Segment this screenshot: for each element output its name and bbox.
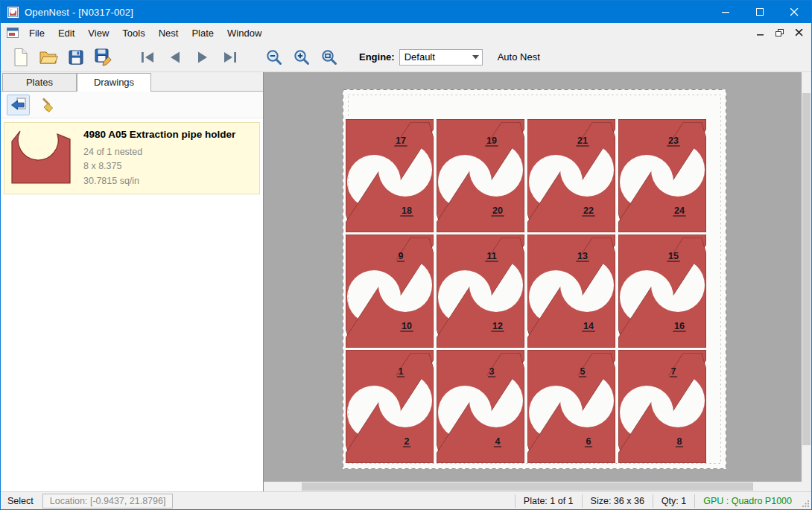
- part-number: 17: [396, 136, 406, 146]
- nested-pair[interactable]: 34: [437, 350, 524, 463]
- part-number: 19: [486, 136, 497, 146]
- import-drawing-button[interactable]: [7, 95, 30, 115]
- drawing-nested-count: 24 of 1 nested: [83, 145, 235, 159]
- part-number: 6: [586, 436, 591, 447]
- save-as-button[interactable]: [89, 45, 117, 70]
- new-button[interactable]: [7, 45, 34, 70]
- drawing-list-item[interactable]: 4980 A05 Extraction pipe holder 24 of 1 …: [4, 122, 260, 194]
- part-number: 4: [495, 436, 501, 447]
- part-number: 3: [489, 366, 495, 377]
- part-number: 13: [577, 251, 588, 261]
- zoom-in-button[interactable]: [288, 45, 315, 70]
- nested-pair[interactable]: 1112: [437, 235, 524, 348]
- mdi-child-icon: [7, 28, 19, 39]
- vertical-scrollbar[interactable]: [802, 72, 811, 482]
- part-number: 1: [399, 366, 404, 377]
- maximize-button[interactable]: [743, 1, 777, 23]
- drawings-toolbar: [1, 92, 263, 118]
- part-number: 10: [402, 321, 412, 331]
- drawing-area: 30.7815 sq/in: [83, 174, 235, 188]
- minimize-icon: [722, 8, 730, 16]
- clean-button[interactable]: [37, 95, 60, 115]
- nested-pair[interactable]: 1516: [618, 235, 706, 348]
- previous-plate-button[interactable]: [161, 45, 188, 70]
- close-button[interactable]: [777, 1, 811, 23]
- tab-drawings[interactable]: Drawings: [77, 73, 151, 92]
- last-plate-button[interactable]: [216, 45, 244, 70]
- part-number: 20: [492, 205, 503, 216]
- horizontal-scrollbar[interactable]: [264, 482, 802, 491]
- first-plate-button[interactable]: [133, 45, 161, 70]
- plate-svg[interactable]: 171819202122232491011121314151612345678: [343, 89, 726, 469]
- tab-plates[interactable]: Plates: [2, 73, 77, 91]
- drawing-dimensions: 8 x 8.375: [83, 159, 235, 173]
- zoom-out-icon: [265, 48, 282, 66]
- nested-pair[interactable]: 56: [527, 350, 615, 463]
- menu-item-plate[interactable]: Plate: [185, 24, 221, 42]
- menu-item-view[interactable]: View: [81, 24, 115, 42]
- content-area: Plates Drawings: [1, 72, 811, 491]
- broom-icon: [40, 97, 57, 113]
- statusbar: Select Location: [-0.9437, 21.8796] Plat…: [1, 491, 811, 509]
- maximize-icon: [756, 8, 764, 16]
- menu-item-nest[interactable]: Nest: [152, 24, 185, 42]
- open-button[interactable]: [34, 45, 62, 70]
- left-panel: Plates Drawings: [1, 72, 263, 491]
- part-number: 12: [492, 321, 503, 331]
- engine-select[interactable]: Default: [399, 49, 483, 66]
- part-number: 8: [677, 436, 682, 447]
- mdi-minimize-button[interactable]: [751, 25, 770, 41]
- part-thumbnail: [10, 130, 73, 188]
- menubar: File Edit View Tools Nest Plate Window: [1, 23, 811, 42]
- minimize-button[interactable]: [708, 1, 743, 23]
- horizontal-scrollbar-thumb[interactable]: [302, 482, 753, 491]
- nested-pair[interactable]: 1718: [346, 119, 434, 232]
- mdi-restore-button[interactable]: [770, 25, 790, 41]
- previous-arrow-icon: [167, 50, 183, 65]
- nested-pair[interactable]: 910: [346, 235, 434, 348]
- menu-item-tools[interactable]: Tools: [115, 24, 151, 42]
- import-arrow-icon: [10, 97, 27, 113]
- nested-pair[interactable]: 1314: [527, 235, 615, 348]
- nested-pair[interactable]: 1920: [437, 119, 524, 232]
- open-folder-icon: [39, 48, 58, 66]
- part-number: 14: [583, 321, 594, 331]
- zoom-in-icon: [293, 48, 310, 66]
- status-size: Size: 36 x 36: [582, 494, 653, 508]
- new-document-icon: [12, 48, 30, 67]
- nested-pair[interactable]: 12: [346, 350, 434, 463]
- menu-item-window[interactable]: Window: [221, 24, 268, 42]
- chevron-down-icon: [469, 55, 482, 60]
- menu-item-edit[interactable]: Edit: [51, 24, 81, 42]
- zoom-out-button[interactable]: [260, 45, 288, 70]
- app-window: OpenNest - [N0317-002] File Edit View To…: [0, 0, 812, 510]
- mdi-close-button[interactable]: [790, 25, 809, 41]
- nested-pair[interactable]: 78: [618, 350, 706, 463]
- first-arrow-icon: [139, 50, 156, 65]
- nested-pair[interactable]: 2122: [527, 119, 615, 232]
- part-number: 5: [580, 366, 586, 377]
- menu-item-file[interactable]: File: [22, 24, 51, 42]
- titlebar: OpenNest - [N0317-002]: [1, 1, 811, 23]
- status-gpu: GPU : Quadro P1000: [694, 494, 800, 508]
- plate[interactable]: 171819202122232491011121314151612345678: [343, 89, 726, 469]
- next-plate-button[interactable]: [188, 45, 216, 70]
- drawing-title: 4980 A05 Extraction pipe holder: [83, 129, 235, 140]
- save-as-icon: [94, 48, 113, 66]
- part-number: 16: [674, 321, 685, 331]
- zoom-fit-button[interactable]: [315, 45, 343, 70]
- resize-grip[interactable]: [800, 492, 811, 509]
- resize-grip-icon: [802, 500, 810, 508]
- vertical-scrollbar-thumb[interactable]: [802, 93, 811, 445]
- nest-canvas[interactable]: 171819202122232491011121314151612345678: [263, 72, 811, 491]
- part-number: 21: [577, 136, 588, 146]
- nested-parts-layer: 171819202122232491011121314151612345678: [346, 119, 706, 463]
- engine-label: Engine:: [359, 51, 395, 63]
- auto-nest-button[interactable]: Auto Nest: [493, 48, 545, 66]
- save-button[interactable]: [62, 45, 89, 70]
- part-number: 15: [668, 251, 679, 261]
- nested-pair[interactable]: 2324: [618, 119, 706, 232]
- drawings-panel: 4980 A05 Extraction pipe holder 24 of 1 …: [1, 92, 263, 491]
- mdi-close-icon: [796, 29, 803, 36]
- zoom-fit-icon: [320, 48, 337, 66]
